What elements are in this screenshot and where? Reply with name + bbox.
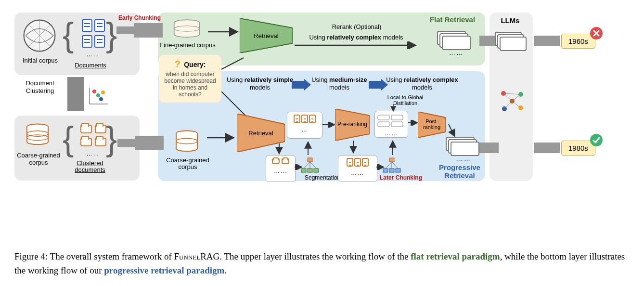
svg-line-66 — [512, 101, 521, 108]
dots-flat-out: …… — [442, 49, 471, 56]
arrow-chunk-up — [388, 139, 398, 158]
prerank-out-docs: …… — [338, 155, 377, 182]
svg-line-55 — [449, 124, 454, 136]
svg-rect-40 — [378, 122, 389, 127]
graph-icon — [499, 89, 526, 114]
simple-models-label: Using relatively simple models — [226, 76, 294, 91]
output-wrong: 1960s — [561, 34, 595, 49]
svg-rect-29 — [314, 169, 319, 172]
flat-title: Flat Retrieval — [424, 15, 481, 24]
svg-line-17 — [221, 58, 244, 69]
prog-title: Progressive Retrieval — [433, 164, 486, 180]
coarse-corpus2-label: Coarse-grained corpus — [159, 157, 217, 171]
fine-corpus-cylinder — [169, 19, 204, 39]
initial-corpus-label: Initial corpus — [17, 57, 63, 64]
arrow-flat-out — [295, 41, 420, 51]
brace-open-2: { — [63, 119, 74, 158]
preranking-trap: Pre-ranking — [335, 109, 370, 141]
coarse-corpus-label: Coarse-grained corpus — [14, 152, 63, 167]
arrow-cards-right — [408, 119, 419, 127]
arrow-llm-out-top — [533, 36, 560, 48]
arrow-coarse-to-retrieval — [207, 133, 238, 144]
llms-label: LLMs — [491, 16, 529, 25]
arrow-clustering — [67, 77, 84, 112]
rerank-label: Rerank (Optional) — [306, 23, 407, 30]
correct-badge-icon — [590, 134, 603, 146]
segmentation-tree-icon — [300, 157, 320, 177]
arrow-llm-out-bottom — [533, 143, 560, 155]
arrow-seg-up — [303, 140, 313, 158]
svg-line-63 — [503, 93, 512, 101]
documents-label: Documents — [71, 62, 110, 69]
svg-line-46 — [386, 162, 392, 169]
svg-line-65 — [504, 101, 512, 109]
query-box: ? Query: when did computer become widesp… — [159, 55, 221, 103]
arrow-clustered-to-corpus — [116, 136, 164, 152]
brace-open-1: { — [63, 15, 74, 54]
arrow-post-out — [446, 124, 457, 140]
arrow-l2g-down — [390, 104, 397, 114]
clustered-docs-label: Clustered documents — [68, 160, 112, 174]
arrow-folders-right — [295, 164, 303, 171]
fine-corpus-label: Fine-grained corpus — [159, 41, 217, 49]
prerank-out-cards: …… — [374, 111, 408, 138]
system-diagram: Initial corpus { …… } Documents Document… — [14, 10, 544, 188]
svg-line-67 — [503, 93, 521, 94]
figure-caption: Figure 4: The overall system framework o… — [14, 250, 630, 277]
svg-point-5 — [96, 93, 100, 97]
arrow-prog-to-llm — [479, 143, 499, 155]
question-mark-icon: ? — [175, 59, 180, 70]
postranking-trap: Post-ranking — [418, 112, 446, 138]
later-chunking-label: Later Chunking — [374, 174, 427, 181]
arrow-query-up — [221, 56, 245, 72]
svg-rect-39 — [391, 115, 403, 120]
output-right: 1980s — [561, 141, 595, 156]
svg-point-7 — [99, 97, 103, 101]
l2g-label: Local-to-Global Distillation — [376, 94, 434, 106]
arrow-fine-to-retrieval — [208, 27, 242, 38]
svg-rect-45 — [396, 169, 400, 172]
retrieval-out-folders: …… — [266, 155, 296, 182]
blue-arrow-1 — [292, 79, 311, 92]
svg-line-48 — [392, 162, 398, 169]
svg-line-32 — [310, 162, 316, 169]
query-text: when did computer become widespread in h… — [164, 71, 217, 98]
coarse-corpus-cylinder-left — [21, 123, 54, 146]
svg-rect-38 — [378, 115, 389, 120]
svg-rect-26 — [308, 158, 312, 162]
medium-models-label: Using medium-size models — [308, 76, 371, 91]
doc-clustering-label: Document Clustering — [18, 79, 62, 94]
svg-point-6 — [101, 91, 105, 94]
query-label: Query: — [184, 61, 206, 68]
flat-complex-label: Using relatively complex models — [298, 34, 414, 41]
arrow-prerank-down — [348, 141, 358, 156]
svg-line-64 — [512, 94, 521, 101]
arrow-early-chunking — [115, 23, 163, 39]
arrow-ret-out-down — [274, 143, 284, 157]
chunking-tree-icon — [382, 157, 401, 177]
cluster-scatter-icon — [87, 87, 109, 107]
svg-marker-24 — [369, 79, 388, 91]
coarse-corpus-cylinder-right — [169, 130, 204, 153]
retrieval-out-docs: … — [287, 112, 322, 139]
dots-prog-out: …… — [450, 155, 478, 162]
complex2-models-label: Using relatively complex models — [386, 76, 458, 91]
wiki-globe-icon — [22, 18, 57, 53]
early-chunking-label: Early Chunking — [116, 14, 164, 21]
svg-line-30 — [304, 162, 310, 169]
arrow-docs2-right — [376, 164, 385, 171]
svg-rect-41 — [391, 122, 403, 127]
svg-rect-42 — [389, 158, 394, 162]
flat-retrieval-trap: Retrieval — [240, 18, 293, 53]
svg-point-4 — [92, 90, 96, 93]
blue-arrow-2 — [369, 79, 388, 92]
svg-rect-44 — [389, 169, 394, 172]
svg-rect-28 — [308, 169, 312, 172]
svg-marker-23 — [292, 79, 311, 91]
wrong-badge-icon — [590, 27, 603, 39]
